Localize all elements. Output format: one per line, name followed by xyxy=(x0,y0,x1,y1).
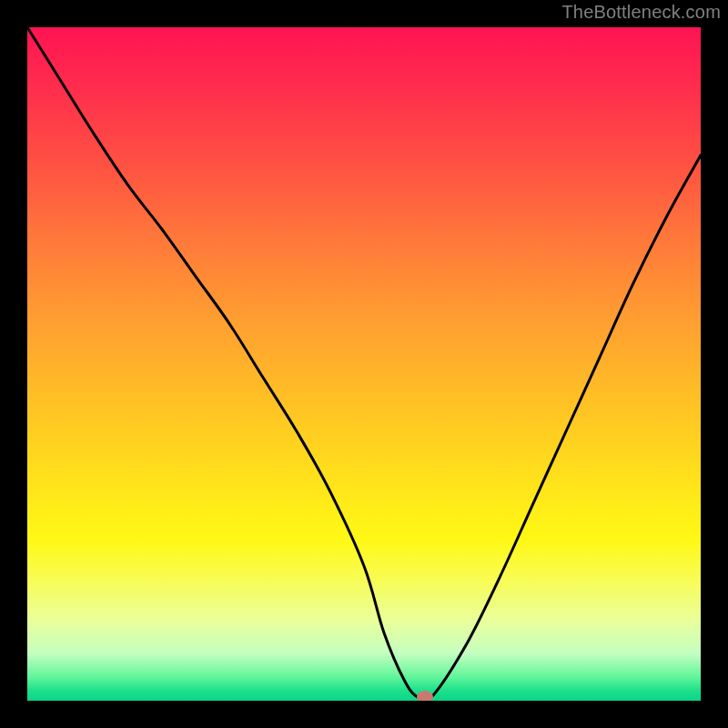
optimal-point-marker xyxy=(417,691,433,701)
chart-container: TheBottleneck.com xyxy=(0,0,728,728)
watermark-text: TheBottleneck.com xyxy=(561,2,721,23)
plot-area xyxy=(27,27,701,701)
bottleneck-curve xyxy=(27,27,701,701)
